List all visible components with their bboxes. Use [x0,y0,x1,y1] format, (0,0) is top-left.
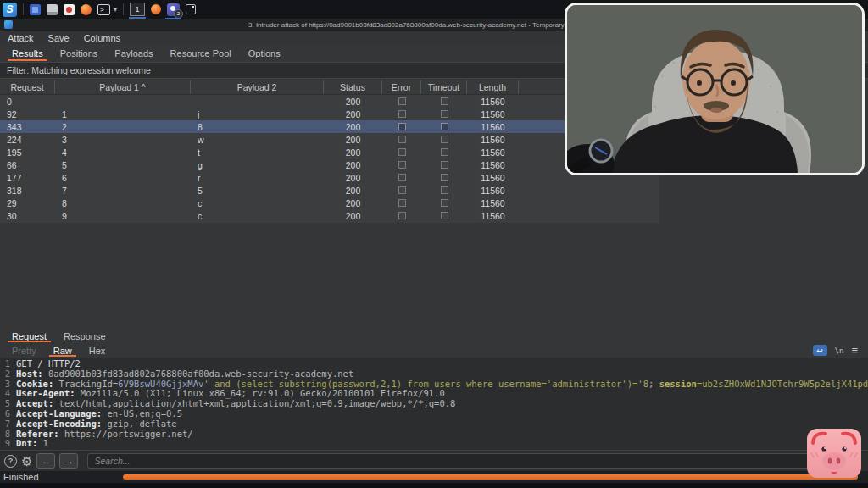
column-header-payload-1[interactable]: Payload 1 ^ [55,80,191,94]
menu-attack[interactable]: Attack [8,33,34,43]
table-row[interactable]: 3187520011560 [0,184,659,197]
menu-save[interactable]: Save [48,33,70,43]
table-row[interactable]: 3432820011560 [0,120,659,133]
prev-match-button[interactable]: ← [36,453,55,469]
column-header-error[interactable]: Error [382,80,421,94]
cell-status: 200 [324,160,382,170]
tab-raw[interactable]: Raw [45,343,81,358]
tab-hex[interactable]: Hex [81,343,114,358]
column-header-length[interactable]: Length [467,80,519,94]
soft-wrap-icon[interactable]: ↩ [813,345,827,356]
table-row[interactable]: 921j20011560 [0,108,659,120]
cell-error [382,123,421,130]
cell-error-checkbox [398,161,406,169]
cell-request: 29 [0,198,55,208]
bottom-edge [0,483,868,488]
cell-timeout-checkbox [441,136,448,143]
column-header-payload-2[interactable]: Payload 2 [191,80,324,94]
firefox-icon[interactable] [81,4,92,15]
cell-payload1: 4 [55,147,191,158]
table-row[interactable]: 298c20011560 [0,197,659,209]
cell-status: 200 [324,147,382,158]
cell-error-checkbox [398,110,406,118]
cell-timeout [421,148,467,156]
editor-menu-icon[interactable]: ≡ [851,347,858,355]
menu-columns[interactable]: Columns [84,33,120,43]
cell-length: 11560 [467,160,519,170]
cell-length: 11560 [467,173,519,183]
burp-task-icon[interactable]: 2 [167,3,180,16]
desktop-pager[interactable]: 1 [130,3,145,16]
cell-error-checkbox [398,186,406,194]
cell-length: 11560 [467,198,519,208]
cell-request: 30 [0,211,55,221]
cell-error-checkbox [398,174,406,181]
table-row[interactable]: 665g20011560 [0,158,659,171]
cell-payload1: 1 [55,109,191,119]
line-number: 2 [0,369,10,380]
screenshot-tool-icon[interactable] [186,4,196,14]
tab-resource-pool[interactable]: Resource Pool [162,44,240,62]
table-row[interactable]: 1776r20011560 [0,171,659,184]
tab-request[interactable]: Request [3,329,55,343]
pager-label: 1 [136,5,140,14]
attack-progress-bar [123,474,858,480]
active-desktop-indicator [129,17,146,19]
cell-payload2: c [191,211,324,221]
search-input[interactable] [87,453,860,469]
message-tabs: RequestResponse [0,329,868,343]
column-header-timeout[interactable]: Timeout [421,80,467,94]
active-app-icon[interactable]: S [3,3,17,17]
table-row[interactable]: 2243w20011560 [0,133,659,146]
cell-error [382,148,421,156]
taskbar-divider [23,3,24,15]
tab-pretty[interactable]: Pretty [3,343,45,358]
cell-request: 177 [0,173,55,183]
tab-results[interactable]: Results [3,44,52,62]
files-icon[interactable] [47,4,58,15]
cell-timeout [421,110,467,118]
line-number: 7 [0,419,10,430]
cell-payload1: 9 [55,211,191,221]
results-table-body: 020011560921j2001156034328200115602243w2… [0,95,659,222]
column-header-status[interactable]: Status [324,80,382,94]
cell-length: 11560 [467,147,519,158]
firefox-task-icon[interactable] [151,4,161,14]
cell-error [382,97,421,105]
cell-timeout [421,136,467,143]
cell-request: 0 [0,97,55,107]
document-viewer-icon[interactable] [64,4,75,15]
gear-icon[interactable]: ⚙ [21,455,32,468]
cell-payload2: t [191,147,324,158]
terminal-icon[interactable]: > [97,4,110,15]
tab-payloads[interactable]: Payloads [106,44,161,62]
cell-error [382,212,421,219]
cell-error-checkbox [398,123,406,130]
table-row[interactable]: 020011560 [0,95,659,108]
column-header-request[interactable]: Request [0,80,55,94]
results-table-header: RequestPayload 1 ^Payload 2StatusErrorTi… [0,80,659,95]
cell-payload2: j [191,109,324,119]
cell-error-checkbox [398,136,406,143]
file-manager-icon[interactable] [30,4,41,15]
tab-positions[interactable]: Positions [52,44,107,62]
cell-payload2: w [191,135,324,145]
help-icon[interactable]: ? [4,455,17,468]
cell-error [382,174,421,181]
line-text: Dnt: 1 [10,439,48,449]
show-newlines-icon[interactable]: \n [835,347,844,355]
cell-status: 200 [324,135,382,145]
cell-error [382,161,421,169]
request-editor[interactable]: 1GET / HTTP/22Host: 0ad9001b03fd83ad802a… [0,358,868,450]
cell-error-checkbox [398,148,406,156]
cell-request: 343 [0,122,55,132]
tab-options[interactable]: Options [240,44,289,62]
chevron-down-icon[interactable]: ▾ [114,6,117,14]
table-row[interactable]: 309c20011560 [0,209,659,222]
editor-search-bar: ? ⚙ ← → [0,450,868,471]
table-row[interactable]: 1954t20011560 [0,146,659,158]
next-match-button[interactable]: → [59,453,78,469]
cell-timeout-checkbox [441,97,448,105]
tab-response[interactable]: Response [55,329,114,343]
cell-length: 11560 [467,122,519,132]
